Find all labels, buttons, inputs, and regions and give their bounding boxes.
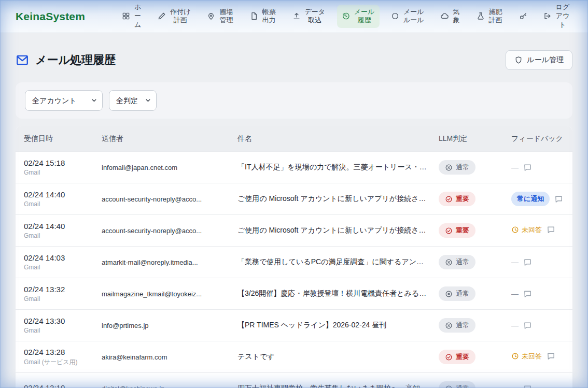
nav-item[interactable]: ホーム: [117, 0, 146, 33]
pen-icon: [158, 12, 166, 20]
judgment-badge: 通常: [439, 255, 475, 269]
received-cell: 02/24 15:18 Gmail: [16, 159, 93, 176]
comment-bubble-icon[interactable]: [547, 225, 555, 234]
judgment-badge: 通常: [439, 286, 475, 301]
judgment-label: 通常: [456, 384, 469, 388]
judgment-cell: 通常: [430, 381, 503, 388]
sender-cell: info@prtimes.jp: [93, 322, 229, 329]
judgment-label: 重要: [456, 194, 469, 204]
col-header-subject: 件名: [229, 134, 430, 143]
received-datetime: 02/24 14:03: [24, 253, 93, 262]
upload-icon: [292, 12, 301, 20]
feedback-cell: 未回答: [503, 352, 572, 363]
brand-logo[interactable]: KeinaSystem: [16, 10, 85, 23]
nav-item[interactable]: [514, 9, 532, 23]
table-header-row: 受信日時 送信者 件名 LLM判定 フィードバック: [16, 126, 572, 151]
comment-bubble-icon[interactable]: [547, 352, 555, 361]
subject-cell: 【PR TIMES ヘッドライン】2026-02-24 昼刊: [229, 321, 430, 330]
clock-icon: [511, 226, 519, 234]
comment-bubble-icon[interactable]: [523, 321, 532, 330]
judgment-label: 通常: [456, 321, 469, 330]
judgment-badge: 重要: [439, 192, 475, 206]
feedback-none: —: [511, 258, 519, 266]
nav-item[interactable]: 帳票出力: [245, 5, 281, 28]
judgment-badge: 通常: [439, 318, 475, 333]
judgment-cell: 重要: [430, 350, 503, 364]
col-header-feedback: フィードバック: [503, 134, 572, 143]
feedback-unanswered: 未回答: [511, 352, 542, 361]
key-icon: [519, 12, 527, 20]
account-label: Gmail (サービス用): [24, 358, 93, 367]
table-row[interactable]: 02/24 12:10 digital@kochinews.jp 四万十福祉専門…: [16, 372, 572, 388]
comment-bubble-icon[interactable]: [523, 163, 532, 172]
feedback-none: —: [511, 321, 519, 329]
table-row[interactable]: 02/24 14:03 Gmail atmarkit-mail@noreply.…: [16, 246, 572, 278]
table-row[interactable]: 02/24 13:30 Gmail info@prtimes.jp 【PR TI…: [16, 309, 572, 341]
account-label: Gmail: [24, 232, 93, 239]
nav-item[interactable]: メールルール: [386, 5, 429, 28]
received-cell: 02/24 13:30 Gmail: [16, 317, 93, 334]
rule-manage-button[interactable]: ルール管理: [506, 50, 572, 70]
mail-history-table: 受信日時 送信者 件名 LLM判定 フィードバック 02/24 15:18 Gm…: [16, 126, 572, 388]
feedback-none: —: [511, 384, 519, 388]
comment-bubble-icon[interactable]: [523, 258, 532, 267]
table-row[interactable]: 02/24 14:40 Gmail account-security-norep…: [16, 214, 572, 246]
sender-cell: account-security-noreply@acco...: [93, 227, 229, 235]
judgment-filter-select[interactable]: 全判定: [109, 90, 157, 111]
nav-item[interactable]: 作付け計画: [153, 5, 195, 28]
table-row[interactable]: 02/24 13:32 Gmail mailmagazine_tkmail@to…: [16, 278, 572, 309]
x-circle-icon: [445, 164, 453, 171]
settings-icon: [391, 12, 399, 20]
account-label: Gmail: [24, 200, 93, 208]
table-row[interactable]: 02/24 14:40 Gmail account-security-norep…: [16, 183, 572, 214]
mail-icon: [16, 53, 29, 67]
subject-cell: 四万十福祉専門学校 学生募集しないまま開校へ 高知県...: [229, 384, 430, 388]
rule-manage-label: ルール管理: [527, 55, 564, 65]
filter-bar: 全アカウント 全判定: [16, 82, 572, 119]
judgment-cell: 通常: [430, 160, 503, 175]
received-datetime: 02/24 13:28: [24, 348, 93, 356]
received-cell: 02/24 14:40 Gmail: [16, 222, 93, 239]
nav-item[interactable]: メール履歴: [337, 5, 380, 28]
judgment-cell: 重要: [430, 192, 503, 206]
subject-cell: テストです: [229, 352, 430, 362]
nav-items: ホーム 作付け計画 圃場管理 帳票出力 データ取込 メール履歴 メールルール 気…: [117, 0, 575, 33]
feedback-cell: —: [503, 289, 572, 298]
col-header-sender: 送信者: [93, 134, 229, 143]
received-datetime: 02/24 15:18: [24, 159, 93, 167]
received-datetime: 02/24 14:40: [24, 190, 93, 199]
account-filter-select[interactable]: 全アカウント: [25, 90, 103, 111]
history-icon: [342, 12, 350, 20]
received-cell: 02/24 14:03 Gmail: [16, 253, 93, 271]
nav-item[interactable]: ログアウト: [539, 0, 575, 33]
judgment-cell: 通常: [430, 318, 503, 333]
nav-item-label: 圃場管理: [219, 8, 233, 25]
table-row[interactable]: 02/24 13:28 Gmail (サービス用) akira@keinafar…: [16, 341, 572, 372]
judgment-badge: 通常: [439, 160, 475, 175]
cloud-icon: [440, 12, 449, 20]
table-row[interactable]: 02/24 15:18 Gmail infomail@japan.cnet.co…: [16, 151, 572, 183]
main-content: メール処理履歴 ルール管理 全アカウント 全判定 受信日時 送信者 件名 LLM…: [0, 50, 588, 388]
comment-bubble-icon[interactable]: [554, 195, 563, 204]
document-icon: [250, 12, 258, 20]
nav-item[interactable]: 気象: [436, 5, 465, 28]
check-circle-icon: [445, 195, 453, 203]
account-label: Gmail: [24, 295, 93, 303]
subject-cell: 【3/26開催】慶応・岸教授登壇！横川電機責任者とみる経営...: [229, 289, 430, 298]
nav-item-label: メールルール: [403, 8, 424, 25]
judgment-cell: 重要: [430, 223, 503, 238]
nav-item[interactable]: データ取込: [288, 5, 330, 28]
page-title: メール処理履歴: [16, 52, 116, 68]
comment-bubble-icon[interactable]: [523, 384, 532, 388]
feedback-cell: —: [503, 163, 572, 172]
account-label: Gmail: [24, 327, 93, 334]
nav-item-label: ホーム: [134, 3, 142, 30]
judgment-label: 重要: [456, 352, 469, 362]
judgment-filter[interactable]: 全判定: [109, 91, 156, 110]
page-title-text: メール処理履歴: [35, 52, 116, 68]
comment-bubble-icon[interactable]: [523, 290, 532, 298]
nav-item[interactable]: 圃場管理: [202, 5, 238, 28]
check-circle-icon: [445, 353, 453, 361]
account-filter[interactable]: 全アカウント: [25, 91, 102, 110]
nav-item[interactable]: 施肥計画: [472, 5, 508, 28]
